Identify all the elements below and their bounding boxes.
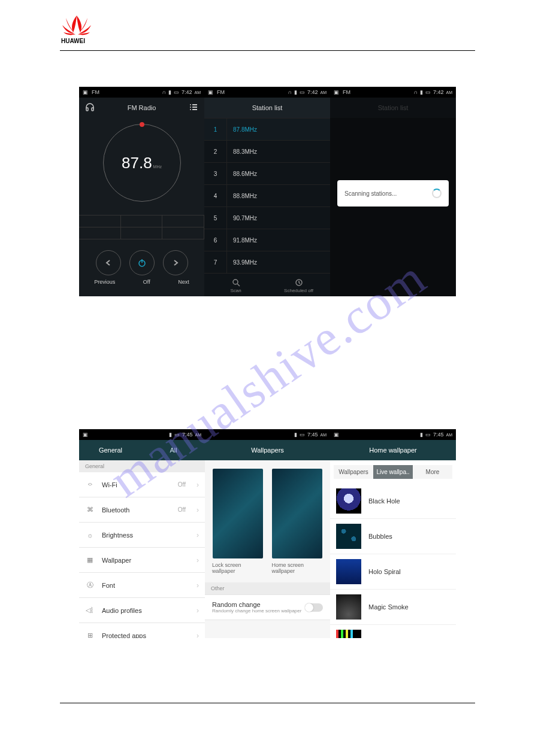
station-row[interactable]: 288.3MHz (204, 140, 330, 162)
wallpaper-thumb (336, 524, 361, 549)
fm-presets[interactable] (79, 215, 204, 239)
huawei-logo: HUAWEI (60, 14, 475, 47)
fm-dial[interactable]: 87.8MHz (103, 124, 181, 202)
status-ampm: AM (321, 433, 327, 437)
status-time: 7:42 (182, 89, 192, 95)
battery-icon: ▭ (174, 89, 179, 95)
scanning-message: Scanning stations... (344, 190, 397, 197)
status-fm-label: FM (343, 89, 350, 95)
station-list-title: Station list (204, 98, 330, 118)
tab-wallpapers[interactable]: Wallpapers (334, 465, 373, 479)
wallpapers-title: Wallpapers (205, 440, 330, 460)
tab-live-wallpapers[interactable]: Live wallpa.. (373, 465, 413, 479)
status-ampm: AM (195, 90, 201, 95)
random-change-row[interactable]: Random change Randomly change home scree… (205, 594, 330, 620)
status-bar: ▣ ▮▭7:45AM (79, 429, 205, 440)
status-ampm: AM (446, 90, 453, 95)
settings-item-audio-profiles[interactable]: ◁⦚Audio profiles› (79, 598, 205, 623)
status-time: 7:45 (307, 432, 318, 438)
status-time: 7:45 (433, 432, 444, 438)
status-bar: ▣FM ∩▮▭7:42AM (330, 87, 456, 98)
status-time: 7:42 (307, 89, 318, 95)
home-wallpaper-title: Home wallpaper (330, 440, 456, 460)
wallpaper-thumb (336, 594, 361, 620)
station-list-title-dim: Station list (330, 98, 456, 118)
tab-more[interactable]: More (413, 465, 452, 479)
dial-indicator (140, 122, 144, 127)
battery-icon: ▭ (425, 89, 431, 95)
settings-item-font[interactable]: ⒶFont› (79, 573, 205, 598)
wallpaper-icon: ▦ (85, 556, 95, 564)
svg-point-4 (190, 107, 191, 108)
brightness-icon: ☼ (85, 532, 95, 539)
chevron-right-icon: › (197, 606, 199, 615)
svg-point-6 (190, 109, 191, 110)
settings-item-wallpaper[interactable]: ▦Wallpaper› (79, 548, 205, 573)
headphones-icon (85, 102, 95, 113)
status-bar: ▣ ▮▭7:45AM (330, 429, 456, 440)
station-row[interactable]: 691.8MHz (204, 229, 330, 251)
chevron-right-icon: › (197, 481, 199, 489)
footer-rule (60, 703, 475, 703)
bluetooth-icon: ⌘ (85, 506, 95, 514)
speaker-icon: ◁⦚ (85, 606, 95, 614)
scheduled-off-button[interactable]: Scheduled off (267, 274, 330, 296)
home-screen-wallpaper[interactable]: Home screen wallpaper (272, 469, 324, 574)
section-other: Other (205, 582, 330, 594)
status-fm-label: FM (92, 89, 99, 95)
header-rule (60, 50, 475, 51)
status-bar: ▮▭7:45AM (205, 429, 330, 440)
tab-general[interactable]: General (79, 440, 142, 460)
battery-icon: ▭ (425, 432, 431, 438)
toggle-switch[interactable] (305, 603, 323, 612)
previous-label: Previous (94, 279, 115, 285)
station-row[interactable]: 488.8MHz (204, 184, 330, 207)
station-row[interactable]: 793.9MHz (204, 251, 330, 273)
station-list-screenshot: ▣FM ∩▮▭7:42AM Station list 187.8MHz 288.… (204, 87, 330, 296)
signal-icon: ▮ (294, 89, 297, 95)
battery-icon: ▭ (300, 89, 305, 95)
wallpaper-item-black-hole[interactable]: Black Hole (330, 484, 456, 519)
station-row[interactable]: 187.8MHz (204, 118, 330, 140)
svg-rect-0 (86, 108, 88, 111)
status-time: 7:45 (182, 432, 193, 438)
wallpaper-item-holo-spiral[interactable]: Holo Spiral (330, 554, 456, 590)
scan-button[interactable]: Scan (204, 274, 267, 296)
station-row[interactable]: 590.7MHz (204, 207, 330, 229)
lock-screen-wallpaper[interactable]: Lock screen wallpaper (212, 469, 264, 574)
wallpapers-screenshot: ▮▭7:45AM Wallpapers Lock screen wallpape… (205, 429, 330, 638)
settings-item-bluetooth[interactable]: ⌘BluetoothOff› (79, 497, 205, 523)
section-general: General (79, 460, 205, 472)
wifi-icon: ⌔ (85, 481, 95, 488)
power-button[interactable] (129, 250, 155, 275)
settings-item-brightness[interactable]: ☼Brightness› (79, 523, 205, 548)
next-button[interactable] (163, 250, 188, 275)
wallpaper-thumb (272, 469, 322, 558)
headphones-icon: ∩ (288, 89, 292, 95)
battery-icon: ▭ (300, 432, 305, 438)
font-icon: Ⓐ (85, 581, 95, 590)
signal-icon: ▮ (294, 432, 297, 438)
wallpaper-item-magic-smoke[interactable]: Magic Smoke (330, 590, 456, 625)
fm-unit: MHz (153, 165, 162, 169)
station-row[interactable]: 388.6MHz (204, 162, 330, 184)
scanning-screenshot: ▣FM ∩▮▭7:42AM Station list Scanning stat… (330, 87, 456, 296)
menu-icon[interactable] (189, 102, 198, 113)
svg-line-11 (237, 284, 240, 286)
edit-icon: ▣ (334, 89, 339, 95)
signal-icon: ▮ (420, 89, 423, 95)
settings-item-wifi[interactable]: ⌔Wi-FiOff› (79, 472, 205, 497)
wallpaper-item-bubbles[interactable]: Bubbles (330, 519, 456, 554)
tab-all[interactable]: All (142, 440, 205, 460)
wallpaper-item-nexus[interactable]: Nexus (330, 625, 456, 638)
apps-icon: ⊞ (85, 631, 95, 638)
svg-point-10 (233, 280, 238, 284)
chevron-right-icon: › (197, 631, 199, 639)
chevron-right-icon: › (197, 581, 199, 590)
settings-item-protected-apps[interactable]: ⊞Protected apps› (79, 623, 205, 638)
settings-screenshot: ▣ ▮▭7:45AM General All General ⌔Wi-FiOff… (79, 429, 205, 638)
chevron-right-icon: › (197, 506, 199, 514)
previous-button[interactable] (96, 250, 121, 275)
status-time: 7:42 (433, 89, 444, 95)
signal-icon: ▮ (169, 432, 172, 438)
